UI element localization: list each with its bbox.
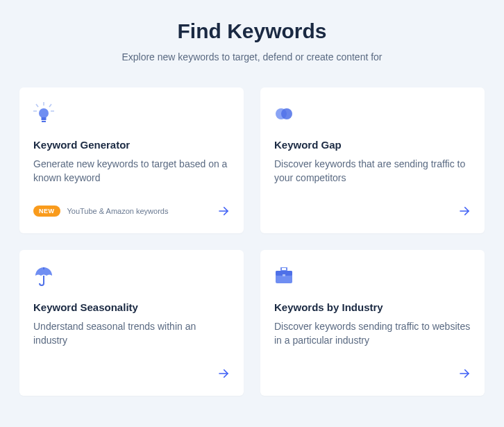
svg-rect-15 [281,267,287,271]
arrow-right-icon [217,205,230,217]
cards-grid: Keyword Generator Generate new keywords … [19,87,485,396]
card-footer: NEW YouTube & Amazon keywords [33,203,230,219]
overlap-circles-icon [274,101,471,126]
card-title: Keyword Gap [274,139,471,151]
card-footer-left: NEW YouTube & Amazon keywords [33,206,168,217]
svg-rect-18 [283,274,285,276]
arrow-right-icon [458,367,471,380]
card-keyword-gap[interactable]: Keyword Gap Discover keywords that are s… [260,87,485,233]
svg-rect-7 [42,121,46,122]
card-description: Understand seasonal trends within an ind… [33,320,230,354]
page-subtitle: Explore new keywords to target, defend o… [19,51,485,62]
card-description: Discover keywords that are sending traff… [274,158,471,192]
card-footer [274,203,471,219]
card-keywords-by-industry[interactable]: Keywords by Industry Discover keywords s… [260,250,485,396]
svg-rect-6 [42,117,47,120]
card-description: Discover keywords sending traffic to web… [274,320,471,354]
arrow-right-icon [458,205,471,217]
briefcase-icon [274,264,471,289]
new-badge: NEW [33,206,60,217]
lightbulb-icon [33,101,230,126]
card-footer [33,365,230,382]
card-footer [274,365,471,382]
card-keyword-generator[interactable]: Keyword Generator Generate new keywords … [19,87,244,233]
card-description: Generate new keywords to target based on… [33,158,230,192]
svg-line-1 [36,104,38,107]
svg-point-5 [39,108,49,118]
card-title: Keywords by Industry [274,301,471,313]
card-title: Keyword Seasonality [33,301,230,313]
umbrella-icon [33,264,230,289]
svg-line-2 [49,104,51,107]
arrow-right-icon [217,367,230,380]
card-footer-text: YouTube & Amazon keywords [67,207,169,215]
card-keyword-seasonality[interactable]: Keyword Seasonality Understand seasonal … [19,250,244,396]
svg-point-10 [281,108,292,119]
page-title: Find Keywords [19,19,485,43]
card-title: Keyword Generator [33,139,230,151]
